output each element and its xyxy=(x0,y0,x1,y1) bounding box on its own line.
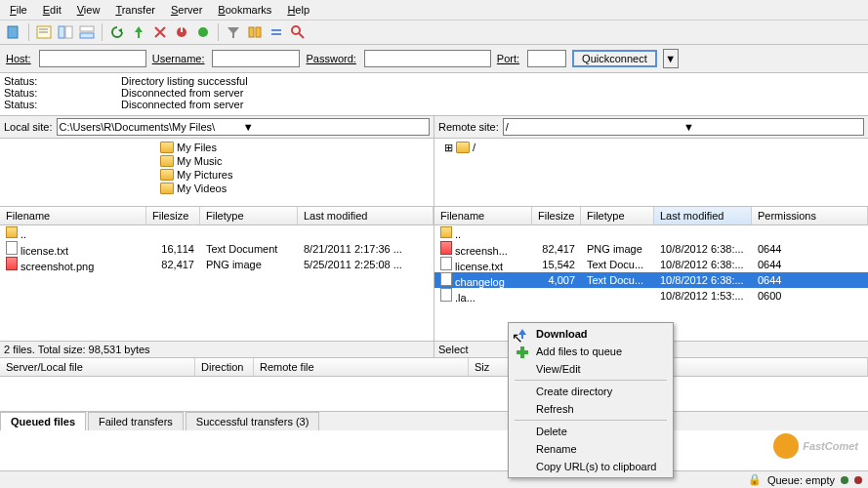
col-permissions[interactable]: Permissions xyxy=(752,207,868,224)
ctx-rename[interactable]: Rename xyxy=(511,440,671,458)
col-server-local[interactable]: Server/Local file xyxy=(0,358,195,376)
menu-view[interactable]: View xyxy=(71,2,106,18)
menu-edit[interactable]: Edit xyxy=(37,2,67,18)
col-modified[interactable]: Last modified xyxy=(298,207,434,224)
port-input[interactable] xyxy=(527,50,566,67)
log-label: Status: xyxy=(4,75,121,87)
quickconnect-dropdown[interactable]: ▼ xyxy=(663,49,679,68)
add-queue-icon xyxy=(515,345,530,360)
menu-bookmarks[interactable]: Bookmarks xyxy=(212,2,277,18)
svg-rect-6 xyxy=(80,26,94,31)
col-modified[interactable]: Last modified xyxy=(654,207,752,224)
svg-marker-13 xyxy=(227,27,239,38)
ctx-copy-url[interactable]: Copy URL(s) to clipboard xyxy=(511,458,671,475)
col-filetype[interactable]: Filetype xyxy=(200,207,298,224)
indicator-green-icon xyxy=(841,476,848,484)
folder-up-icon xyxy=(440,226,452,238)
svg-rect-5 xyxy=(65,26,72,38)
col-remote-file[interactable]: Remote file xyxy=(254,358,469,376)
folder-icon xyxy=(160,142,174,153)
svg-rect-11 xyxy=(181,27,183,32)
refresh-icon[interactable] xyxy=(107,22,127,42)
local-path-combo[interactable]: C:\Users\R\Documents\My Files\▼ xyxy=(57,118,430,136)
process-queue-icon[interactable] xyxy=(129,22,148,42)
menu-file[interactable]: File xyxy=(4,2,33,18)
log-message: Disconnected from server xyxy=(121,99,243,110)
message-log[interactable]: Status:Directory listing successful Stat… xyxy=(0,73,868,116)
list-item[interactable]: screensh... 82,417 PNG image 10/8/2012 6… xyxy=(434,241,868,257)
svg-rect-14 xyxy=(249,27,254,37)
ctx-delete[interactable]: Delete xyxy=(511,423,671,440)
tab-failed[interactable]: Failed transfers xyxy=(88,412,184,430)
password-input[interactable] xyxy=(364,50,491,67)
ctx-view-edit[interactable]: View/Edit xyxy=(511,360,671,378)
list-item[interactable]: .la... 10/8/2012 1:53:... 0600 xyxy=(434,288,868,304)
list-item-up[interactable]: .. xyxy=(434,225,868,241)
svg-marker-8 xyxy=(118,28,122,33)
list-item[interactable]: license.txt 15,542 Text Docu... 10/8/201… xyxy=(434,257,868,272)
expand-icon[interactable]: ⊞ xyxy=(444,141,453,154)
svg-rect-20 xyxy=(517,350,528,354)
remote-columns: Filename Filesize Filetype Last modified… xyxy=(434,207,868,225)
queue-tabs: Queued files Failed transfers Successful… xyxy=(0,412,868,430)
ctx-download[interactable]: Download xyxy=(511,325,671,343)
list-item-up[interactable]: .. xyxy=(0,225,434,241)
local-tree[interactable]: My Files My Music My Pictures My Videos xyxy=(0,139,434,207)
menu-server[interactable]: Server xyxy=(165,2,208,18)
password-label: Password: xyxy=(306,53,355,64)
remote-path-combo[interactable]: /▼ xyxy=(503,118,864,136)
text-file-icon xyxy=(440,288,452,302)
context-menu: Download Add files to queue View/Edit Cr… xyxy=(508,322,674,478)
sync-browse-icon[interactable] xyxy=(267,22,286,42)
username-label: Username: xyxy=(152,53,205,64)
ctx-refresh[interactable]: Refresh xyxy=(511,400,671,418)
port-label: Port: xyxy=(497,53,519,64)
logo-icon xyxy=(773,433,799,459)
menu-help[interactable]: Help xyxy=(281,2,315,18)
toggle-tree-icon[interactable] xyxy=(56,22,75,42)
search-icon[interactable] xyxy=(288,22,308,42)
tab-queued[interactable]: Queued files xyxy=(0,412,86,430)
remote-tree[interactable]: ⊞ / xyxy=(434,139,868,207)
toggle-queue-icon[interactable] xyxy=(77,22,97,42)
col-filename[interactable]: Filename xyxy=(0,207,146,224)
folder-icon xyxy=(456,142,470,153)
text-file-icon xyxy=(6,241,18,255)
folder-icon xyxy=(160,169,174,181)
username-input[interactable] xyxy=(212,50,300,67)
quickconnect-button[interactable]: Quickconnect xyxy=(572,50,657,67)
toggle-log-icon[interactable] xyxy=(34,22,54,42)
local-filelist[interactable]: .. license.txt 16,114 Text Document 8/21… xyxy=(0,225,434,341)
svg-point-16 xyxy=(292,26,300,34)
svg-rect-4 xyxy=(59,26,64,38)
col-filetype[interactable]: Filetype xyxy=(581,207,654,224)
dropdown-arrow-icon[interactable]: ▼ xyxy=(683,121,861,133)
ctx-create-dir[interactable]: Create directory xyxy=(511,383,671,400)
col-direction[interactable]: Direction xyxy=(195,358,254,376)
folder-up-icon xyxy=(6,226,18,238)
menu-transfer[interactable]: Transfer xyxy=(109,2,161,18)
list-item[interactable]: license.txt 16,114 Text Document 8/21/20… xyxy=(0,241,434,257)
ctx-add-queue[interactable]: Add files to queue xyxy=(511,343,671,360)
col-filesize[interactable]: Filesize xyxy=(146,207,200,224)
toolbar xyxy=(0,20,868,45)
list-item-selected[interactable]: changelog 4,007 Text Docu... 10/8/2012 6… xyxy=(434,272,868,288)
tab-successful[interactable]: Successful transfers (3) xyxy=(186,412,320,430)
compare-icon[interactable] xyxy=(245,22,265,42)
col-filesize[interactable]: Filesize xyxy=(532,207,581,224)
cursor-icon: ↖ xyxy=(512,330,523,346)
reconnect-icon[interactable] xyxy=(193,22,213,42)
svg-line-17 xyxy=(299,33,304,38)
disconnect-icon[interactable] xyxy=(172,22,191,42)
cancel-icon[interactable] xyxy=(150,22,170,42)
host-input[interactable] xyxy=(39,50,146,67)
log-label: Status: xyxy=(4,99,121,110)
queue-list[interactable] xyxy=(0,377,868,412)
dropdown-arrow-icon[interactable]: ▼ xyxy=(243,121,427,133)
col-filename[interactable]: Filename xyxy=(434,207,532,224)
filter-icon[interactable] xyxy=(224,22,243,42)
site-manager-icon[interactable] xyxy=(4,22,23,42)
svg-point-12 xyxy=(198,27,208,37)
list-item[interactable]: screenshot.png 82,417 PNG image 5/25/201… xyxy=(0,257,434,272)
svg-rect-15 xyxy=(256,27,261,37)
